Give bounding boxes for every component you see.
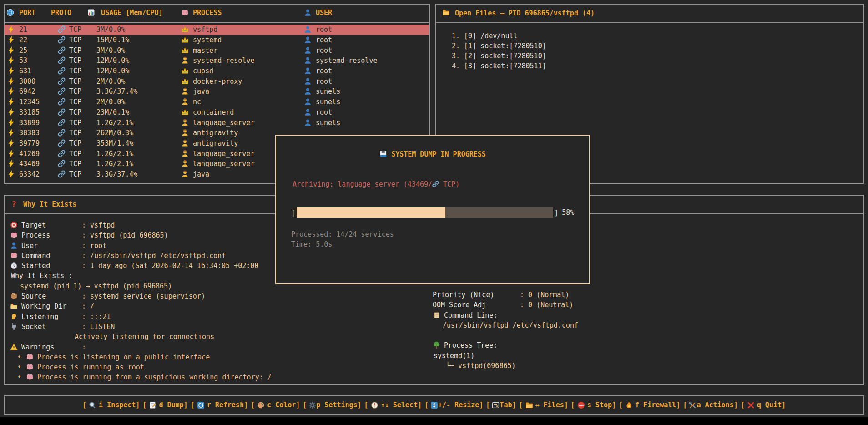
user-icon <box>304 108 312 116</box>
table-row[interactable]: 6942TCP3.3G/37.4%javasunels <box>5 86 429 97</box>
proto-value: TCP <box>69 119 81 127</box>
person-icon <box>181 160 189 167</box>
oom-value: : 0 (Neutral) <box>520 301 573 309</box>
magnifier-icon <box>89 401 96 409</box>
link-icon <box>58 77 66 85</box>
shortcut-dump[interactable]: [d Dump] <box>142 401 187 409</box>
usage-value: 15M/0.1% <box>96 36 129 44</box>
shortcut-resize[interactable]: [+/- Resize] <box>424 401 483 409</box>
shortcut-refresh[interactable]: [r Refresh] <box>191 401 248 409</box>
port-value: 3000 <box>19 77 35 86</box>
table-row[interactable]: 21TCP3M/0.0%vsftpdroot <box>5 25 429 35</box>
shortcut-actions[interactable]: [a Actions] <box>683 401 737 409</box>
port-value: 631 <box>19 67 31 75</box>
usage-value: 2M/0.0% <box>96 77 125 86</box>
process-value: java <box>193 87 209 96</box>
tree-root: systemd(1) <box>429 351 857 361</box>
progress-bracket-close: ] <box>554 208 559 217</box>
proto-value: TCP <box>69 150 81 158</box>
proto-value: TCP <box>69 56 81 65</box>
person-icon <box>181 98 189 106</box>
crown-icon <box>181 36 189 44</box>
processed-count: Processed: 14/24 services <box>291 229 394 239</box>
shortcut-stop[interactable]: [s Stop] <box>571 401 616 409</box>
bolt-icon <box>7 25 15 33</box>
usage-value: 12M/0.0% <box>96 56 129 65</box>
bolt-icon <box>7 119 15 126</box>
user-value: root <box>316 46 332 55</box>
link-icon <box>58 56 66 64</box>
crown-icon <box>181 77 189 85</box>
usage-value: 1.2G/2.1% <box>96 160 133 168</box>
port-value: 38383 <box>19 129 40 137</box>
bolt-icon <box>7 36 15 44</box>
elapsed-time: Time: 5.0s <box>291 239 394 249</box>
shortcut-tab[interactable]: [Tab] <box>486 401 516 409</box>
shortcut-files[interactable]: [↔ Files] <box>519 401 568 409</box>
link-icon <box>58 119 66 126</box>
table-row[interactable]: 33185TCP23M/0.1%containerdroot <box>5 107 429 118</box>
clock-icon <box>10 262 18 269</box>
shortcut-color[interactable]: [c Color] <box>251 401 300 409</box>
why-field-source: Source: systemd service (supervisor) <box>5 291 428 301</box>
open-file-item: 2. [1] socket:[7280510] <box>452 41 546 51</box>
link-icon <box>58 129 66 137</box>
port-value: 39779 <box>19 139 40 147</box>
warning-icon <box>10 343 18 351</box>
proto-value: TCP <box>69 108 81 116</box>
bolt-icon <box>7 87 15 95</box>
stop-icon <box>577 401 585 409</box>
proto-value: TCP <box>69 129 81 137</box>
command-line-value: /usr/sbin/vsftpd /etc/vsftpd.conf <box>429 320 857 330</box>
fire-icon <box>625 401 633 409</box>
app-screen: PORT PROTO USAGE [Mem/CPU] PROCESS USER … <box>0 0 868 425</box>
proto-value: TCP <box>69 139 81 147</box>
shortcut-select[interactable]: [↑↓ Select] <box>364 401 422 409</box>
table-row[interactable]: 3000TCP2M/0.0%docker-proxyroot <box>5 76 429 86</box>
brain-icon <box>26 363 34 371</box>
shortcut-settings[interactable]: [p Settings] <box>303 401 361 409</box>
table-row[interactable]: 25TCP3M/0.0%masterroot <box>5 45 429 56</box>
person-icon <box>181 56 189 64</box>
shortcut-inspect[interactable]: [i Inspect] <box>82 401 140 409</box>
open-file-item: 1. [0] /dev/null <box>452 31 546 41</box>
port-value: 25 <box>19 46 27 55</box>
port-value: 33185 <box>19 108 40 116</box>
process-tree-row: Process Tree: <box>429 340 857 350</box>
priority-row: Priority (Nice): 0 (Normal) <box>429 290 857 300</box>
user-icon <box>304 9 312 16</box>
process-value: nc <box>193 98 201 106</box>
table-row[interactable]: 33899TCP1.2G/2.1%language_serversunels <box>5 117 429 128</box>
archiving-status: Archiving: language_server (43469/ TCP) <box>293 180 459 188</box>
user-icon <box>304 119 312 126</box>
usage-value: 3M/0.0% <box>96 25 125 34</box>
process-value: containerd <box>193 108 234 116</box>
link-icon <box>58 25 66 33</box>
person-icon <box>181 129 189 137</box>
table-row[interactable]: 22TCP15M/0.1%systemdroot <box>5 35 429 46</box>
link-icon <box>58 160 66 167</box>
chart-icon <box>87 9 95 16</box>
port-value: 63342 <box>19 170 40 178</box>
tools-icon <box>689 401 696 409</box>
memo-icon <box>149 401 156 409</box>
table-row[interactable]: 12345TCP2M/0.0%ncsunels <box>5 97 429 107</box>
brain-icon <box>10 252 18 259</box>
bolt-icon <box>7 56 15 64</box>
bolt-icon <box>7 129 15 137</box>
oom-label: OOM Score Adj <box>433 300 520 310</box>
shortcut-firewall[interactable]: [f Firewall] <box>619 401 680 409</box>
table-row[interactable]: 631TCP12M/0.0%cupsdroot <box>5 66 429 76</box>
bolt-icon <box>7 77 15 85</box>
open-files-header: Open Files — PID 696865/vsftpd (4) <box>436 5 863 23</box>
question-icon: ? <box>11 199 20 209</box>
table-row[interactable]: 53TCP12M/0.0%systemd-resolvesystemd-reso… <box>5 56 429 66</box>
crown-icon <box>181 108 189 116</box>
tree-child: └─ vsftpd(696865) <box>429 361 857 371</box>
crown-icon <box>181 67 189 75</box>
bolt-icon <box>7 67 15 75</box>
link-icon <box>58 67 66 75</box>
usage-value: 3.3G/37.4% <box>96 170 137 178</box>
shortcut-quit[interactable]: [q Quit] <box>741 401 786 409</box>
port-value: 6942 <box>19 87 35 96</box>
